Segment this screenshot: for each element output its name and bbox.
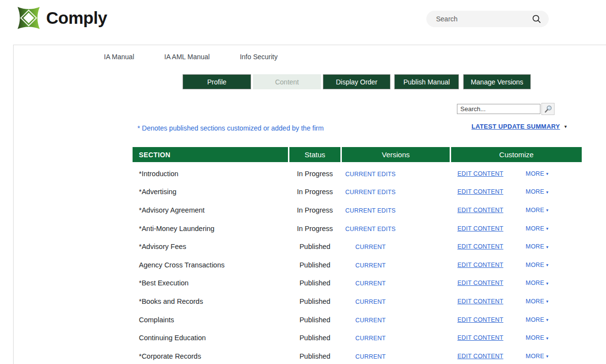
status-text: In Progress bbox=[289, 225, 340, 232]
latest-update-summary[interactable]: LATEST UPDATE SUMMARY ▾ bbox=[471, 123, 567, 130]
more-dropdown[interactable]: MORE ▾ bbox=[526, 170, 549, 177]
display-order-button[interactable]: Display Order bbox=[323, 74, 390, 89]
table-row: *Corporate Records Published CURRENT EDI… bbox=[133, 347, 582, 364]
manual-tabs: IA Manual IA AML Manual Info Security bbox=[104, 53, 308, 61]
more-label: MORE bbox=[526, 170, 544, 177]
edit-content-link[interactable]: EDIT CONTENT bbox=[457, 353, 504, 360]
global-search[interactable] bbox=[426, 11, 549, 27]
status-text: Published bbox=[289, 261, 340, 269]
version-link[interactable]: CURRENT bbox=[355, 298, 386, 305]
section-search-input[interactable] bbox=[457, 104, 540, 114]
status-text: In Progress bbox=[289, 188, 340, 196]
version-link[interactable]: CURRENT EDITS bbox=[345, 207, 396, 214]
table-row: Agency Cross Transactions Published CURR… bbox=[133, 256, 582, 274]
more-dropdown[interactable]: MORE ▾ bbox=[526, 280, 549, 286]
comply-logo-icon bbox=[13, 5, 44, 31]
version-link[interactable]: CURRENT bbox=[355, 353, 386, 360]
more-label: MORE bbox=[526, 262, 544, 268]
chevron-down-icon: ▾ bbox=[546, 263, 549, 267]
table-row: *Best Execution Published CURRENT EDIT C… bbox=[133, 274, 582, 293]
status-text: Published bbox=[289, 298, 340, 305]
more-dropdown[interactable]: MORE ▾ bbox=[526, 262, 549, 268]
version-link[interactable]: CURRENT EDITS bbox=[345, 171, 396, 178]
section-search-button[interactable] bbox=[541, 103, 555, 115]
brand-logo[interactable]: Comply bbox=[13, 5, 107, 31]
column-header-status: Status bbox=[289, 147, 340, 162]
more-dropdown[interactable]: MORE ▾ bbox=[526, 334, 549, 341]
table-row: Complaints Published CURRENT EDIT CONTEN… bbox=[133, 311, 582, 329]
more-label: MORE bbox=[526, 188, 544, 195]
more-label: MORE bbox=[526, 334, 544, 341]
more-dropdown[interactable]: MORE ▾ bbox=[526, 298, 549, 305]
chevron-down-icon: ▾ bbox=[546, 299, 549, 304]
version-link[interactable]: CURRENT bbox=[355, 317, 386, 324]
more-dropdown[interactable]: MORE ▾ bbox=[526, 353, 549, 360]
section-name: *Advertising bbox=[133, 188, 288, 196]
table-row: *Introduction In Progress CURRENT EDITS … bbox=[133, 165, 582, 183]
section-name: *Advisory Fees bbox=[133, 243, 288, 250]
section-name: *Books and Records bbox=[133, 298, 288, 305]
chevron-down-icon: ▾ bbox=[546, 171, 549, 176]
edit-content-link[interactable]: EDIT CONTENT bbox=[457, 316, 504, 323]
section-name: Complaints bbox=[133, 316, 288, 324]
table-row: *Anti-Money Laundering In Progress CURRE… bbox=[133, 219, 582, 238]
search-icon[interactable] bbox=[531, 14, 542, 24]
chevron-down-icon: ▾ bbox=[546, 245, 549, 249]
status-text: Published bbox=[289, 334, 340, 342]
table-body: *Introduction In Progress CURRENT EDITS … bbox=[133, 162, 582, 364]
tab-ia-manual[interactable]: IA Manual bbox=[104, 53, 134, 61]
chevron-down-icon: ▾ bbox=[546, 281, 549, 286]
tab-info-security[interactable]: Info Security bbox=[240, 53, 278, 61]
chevron-down-icon: ▾ bbox=[546, 208, 549, 213]
edit-content-link[interactable]: EDIT CONTENT bbox=[457, 170, 504, 177]
column-header-customize: Customize bbox=[451, 147, 582, 162]
version-link[interactable]: CURRENT EDITS bbox=[345, 226, 396, 232]
edit-content-link[interactable]: EDIT CONTENT bbox=[457, 188, 504, 195]
version-link[interactable]: CURRENT bbox=[355, 280, 386, 287]
magnifier-icon bbox=[544, 105, 553, 114]
version-link[interactable]: CURRENT bbox=[355, 262, 386, 269]
more-label: MORE bbox=[526, 225, 544, 232]
app-header: Comply bbox=[0, 0, 606, 45]
more-label: MORE bbox=[526, 316, 544, 323]
profile-button[interactable]: Profile bbox=[183, 74, 251, 89]
edit-content-link[interactable]: EDIT CONTENT bbox=[457, 262, 504, 268]
status-text: Published bbox=[289, 279, 340, 287]
table-row: *Advisory Agreement In Progress CURRENT … bbox=[133, 201, 582, 219]
status-text: Published bbox=[289, 243, 340, 250]
edit-content-link[interactable]: EDIT CONTENT bbox=[457, 334, 504, 341]
more-dropdown[interactable]: MORE ▾ bbox=[526, 188, 549, 195]
chevron-down-icon: ▾ bbox=[546, 336, 549, 341]
version-link[interactable]: CURRENT bbox=[355, 335, 386, 342]
note-row: * Denotes published sections customized … bbox=[14, 122, 606, 134]
content-button[interactable]: Content bbox=[253, 74, 321, 89]
latest-update-summary-link[interactable]: LATEST UPDATE SUMMARY bbox=[471, 123, 560, 130]
sections-table: SECTION Status Versions Customize *Intro… bbox=[133, 147, 582, 364]
section-name: *Anti-Money Laundering bbox=[133, 225, 288, 232]
publish-manual-button[interactable]: Publish Manual bbox=[394, 74, 459, 89]
more-dropdown[interactable]: MORE ▾ bbox=[526, 207, 549, 214]
section-name: Agency Cross Transactions bbox=[133, 261, 288, 269]
column-header-section: SECTION bbox=[133, 147, 288, 162]
edit-content-link[interactable]: EDIT CONTENT bbox=[457, 298, 504, 305]
status-text: In Progress bbox=[289, 170, 340, 178]
more-dropdown[interactable]: MORE ▾ bbox=[526, 316, 549, 323]
edit-content-link[interactable]: EDIT CONTENT bbox=[457, 243, 504, 250]
version-link[interactable]: CURRENT EDITS bbox=[345, 189, 396, 196]
tab-ia-aml-manual[interactable]: IA AML Manual bbox=[164, 53, 210, 61]
edit-content-link[interactable]: EDIT CONTENT bbox=[457, 207, 504, 214]
more-dropdown[interactable]: MORE ▾ bbox=[526, 243, 549, 250]
status-text: Published bbox=[289, 352, 340, 360]
global-search-input[interactable] bbox=[436, 15, 531, 23]
edit-content-link[interactable]: EDIT CONTENT bbox=[457, 225, 504, 232]
edit-content-link[interactable]: EDIT CONTENT bbox=[457, 280, 504, 286]
more-label: MORE bbox=[526, 280, 544, 286]
section-name: Continuing Education bbox=[133, 334, 288, 342]
brand-name: Comply bbox=[46, 8, 107, 28]
more-dropdown[interactable]: MORE ▾ bbox=[526, 225, 549, 232]
manage-versions-button[interactable]: Manage Versions bbox=[463, 74, 531, 89]
version-link[interactable]: CURRENT bbox=[355, 244, 386, 250]
action-button-row: Profile Content Display Order Publish Ma… bbox=[183, 74, 531, 89]
more-label: MORE bbox=[526, 243, 544, 250]
table-row: *Advisory Fees Published CURRENT EDIT CO… bbox=[133, 237, 582, 256]
